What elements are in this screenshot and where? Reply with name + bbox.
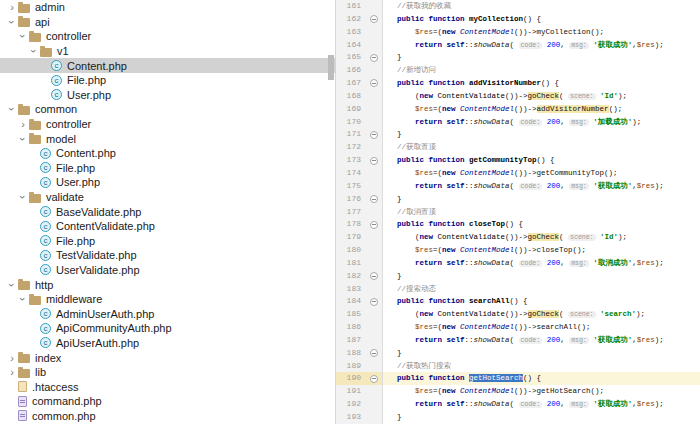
fold-marker-icon[interactable] (366, 51, 383, 64)
tree-row[interactable]: ›lib (0, 365, 335, 380)
line-number[interactable]: 181 (336, 257, 366, 270)
line-number[interactable]: 173 (336, 154, 366, 167)
line-number[interactable]: 172 (336, 141, 366, 154)
fold-marker-icon[interactable] (366, 154, 383, 167)
line-number[interactable]: 162 (336, 13, 366, 26)
code-text[interactable]: //获取置顶 (383, 141, 700, 154)
chevron-collapsed-icon[interactable]: › (6, 1, 18, 13)
fold-marker-icon[interactable] (366, 295, 383, 308)
fold-marker-icon[interactable] (366, 218, 383, 231)
tree-row[interactable]: ›index (0, 350, 335, 365)
tree-row[interactable]: ›api (0, 15, 335, 30)
line-number[interactable]: 187 (336, 334, 366, 347)
tree-row[interactable]: cContentValidate.php (0, 219, 335, 234)
code-text[interactable]: public function getHotSearch() { (383, 372, 700, 385)
fold-marker-icon[interactable] (366, 77, 383, 90)
code-text[interactable]: $res=(new ContentModel())->addVisitorNum… (383, 103, 700, 116)
chevron-expanded-icon[interactable]: › (17, 293, 29, 305)
code-text[interactable]: public function getCommunityTop() { (383, 154, 700, 167)
code-text[interactable]: //取消置顶 (383, 206, 700, 219)
tree-row[interactable]: cApiUserAuth.php (0, 336, 335, 351)
line-number[interactable]: 161 (336, 0, 366, 13)
code-text[interactable]: return self::showData( code: 200, msg: '… (383, 39, 700, 52)
chevron-expanded-icon[interactable]: › (28, 45, 40, 57)
tree-row[interactable]: ›v1 (0, 44, 335, 59)
code-text[interactable]: $res=(new ContentModel())->getCommunityT… (383, 167, 700, 180)
tree-row[interactable]: cUser.php (0, 175, 335, 190)
tree-row[interactable]: ›http (0, 277, 335, 292)
line-number[interactable]: 193 (336, 411, 366, 424)
line-number[interactable]: 168 (336, 90, 366, 103)
code-text[interactable]: $res=(new ContentModel())->searchAll(); (383, 321, 700, 334)
line-number[interactable]: 166 (336, 64, 366, 77)
code-text[interactable]: } (383, 128, 700, 141)
tree-row[interactable]: cFile.php (0, 234, 335, 249)
code-text[interactable]: return self::showData( code: 200, msg: '… (383, 257, 700, 270)
code-text[interactable]: return self::showData( code: 200, msg: '… (383, 398, 700, 411)
line-number[interactable]: 180 (336, 244, 366, 257)
line-number[interactable]: 164 (336, 39, 366, 52)
code-text[interactable]: return self::showData( code: 200, msg: '… (383, 180, 700, 193)
tree-vertical-scrollbar[interactable] (328, 55, 334, 80)
line-number[interactable]: 190 (336, 372, 366, 385)
line-number[interactable]: 175 (336, 180, 366, 193)
line-number[interactable]: 163 (336, 26, 366, 39)
tree-row[interactable]: ›validate (0, 190, 335, 205)
fold-marker-icon[interactable] (366, 128, 383, 141)
code-text[interactable]: return self::showData( code: 200, msg: '… (383, 116, 700, 129)
fold-marker-icon[interactable] (366, 372, 383, 385)
line-number[interactable]: 179 (336, 231, 366, 244)
tree-row[interactable]: cUser.php (0, 88, 335, 103)
line-number[interactable]: 177 (336, 206, 366, 219)
tree-row[interactable]: cFile.php (0, 161, 335, 176)
tree-row[interactable]: ›controller (0, 117, 335, 132)
code-text[interactable]: //搜索动态 (383, 283, 700, 296)
line-number[interactable]: 184 (336, 295, 366, 308)
tree-row[interactable]: cApiCommunityAuth.php (0, 321, 335, 336)
code-text[interactable]: } (383, 270, 700, 283)
code-text[interactable]: public function myCollection() { (383, 13, 700, 26)
code-text[interactable]: } (383, 347, 700, 360)
tree-row[interactable]: cTestValidate.php (0, 248, 335, 263)
code-text[interactable]: return self::showData( code: 200, msg: '… (383, 334, 700, 347)
line-number[interactable]: 186 (336, 321, 366, 334)
code-text[interactable]: } (383, 411, 700, 424)
line-number[interactable]: 167 (336, 77, 366, 90)
line-number[interactable]: 169 (336, 103, 366, 116)
code-text[interactable]: //新增访问 (383, 64, 700, 77)
code-text[interactable]: //获取我的收藏 (383, 0, 700, 13)
line-number[interactable]: 171 (336, 128, 366, 141)
line-number[interactable]: 183 (336, 283, 366, 296)
fold-marker-icon[interactable] (366, 13, 383, 26)
line-number[interactable]: 192 (336, 398, 366, 411)
tree-row[interactable]: .htaccess (0, 379, 335, 394)
tree-row[interactable]: cContent.php (0, 146, 335, 161)
tree-row[interactable]: ›middleware (0, 292, 335, 307)
line-number[interactable]: 191 (336, 385, 366, 398)
fold-marker-icon[interactable] (366, 347, 383, 360)
tree-row[interactable]: ›model (0, 131, 335, 146)
line-number[interactable]: 178 (336, 218, 366, 231)
line-number[interactable]: 176 (336, 193, 366, 206)
tree-row[interactable]: cBaseValidate.php (0, 204, 335, 219)
tree-row[interactable]: cAdminUserAuth.php (0, 306, 335, 321)
code-text[interactable]: public function closeTop() { (383, 218, 700, 231)
code-text[interactable]: $res=(new ContentModel())->closeTop(); (383, 244, 700, 257)
chevron-expanded-icon[interactable]: › (17, 191, 29, 203)
line-number[interactable]: 185 (336, 308, 366, 321)
chevron-expanded-icon[interactable]: › (6, 279, 18, 291)
line-number[interactable]: 170 (336, 116, 366, 129)
tree-row[interactable]: ›common (0, 102, 335, 117)
code-text[interactable]: public function addVisitorNumber() { (383, 77, 700, 90)
chevron-collapsed-icon[interactable]: › (17, 118, 29, 130)
fold-marker-icon[interactable] (366, 270, 383, 283)
chevron-expanded-icon[interactable]: › (17, 133, 29, 145)
chevron-collapsed-icon[interactable]: › (6, 352, 18, 364)
tree-row[interactable]: cUserValidate.php (0, 263, 335, 278)
code-text[interactable]: } (383, 51, 700, 64)
code-text[interactable]: public function searchAll() { (383, 295, 700, 308)
chevron-expanded-icon[interactable]: › (17, 30, 29, 42)
line-number[interactable]: 165 (336, 51, 366, 64)
line-number[interactable]: 174 (336, 167, 366, 180)
tree-row[interactable]: common.php (0, 409, 335, 424)
